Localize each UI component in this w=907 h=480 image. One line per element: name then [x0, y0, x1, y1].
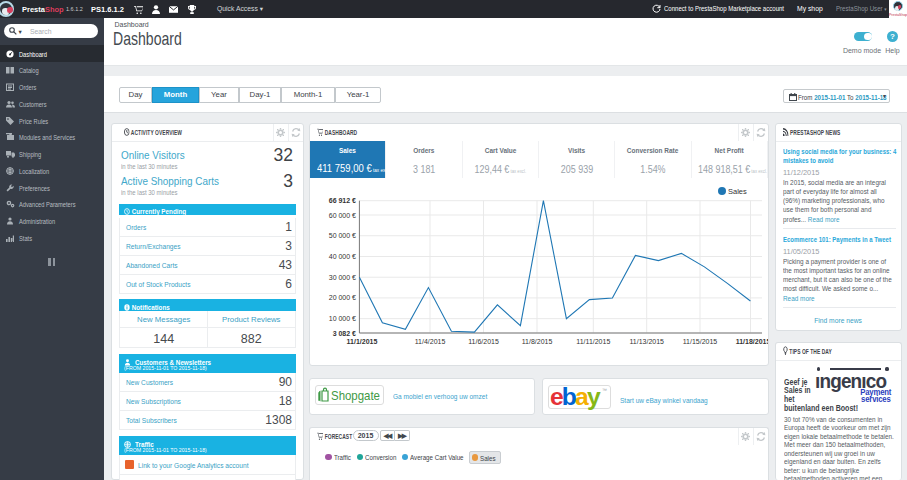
- svg-text:11/13/2015: 11/13/2015: [629, 338, 664, 345]
- svg-text:11/18/2015: 11/18/2015: [736, 338, 768, 345]
- svg-text:11/6/2015: 11/6/2015: [468, 338, 499, 345]
- svg-text:40 000 €: 40 000 €: [329, 253, 356, 260]
- svg-text:11/8/2015: 11/8/2015: [522, 338, 553, 345]
- svg-text:50 000 €: 50 000 €: [329, 232, 356, 239]
- svg-text:20 000 €: 20 000 €: [329, 294, 356, 301]
- svg-text:11/4/2015: 11/4/2015: [415, 338, 446, 345]
- svg-text:30 000 €: 30 000 €: [329, 274, 356, 281]
- svg-text:60 000 €: 60 000 €: [329, 212, 356, 219]
- svg-text:10 000 €: 10 000 €: [329, 315, 356, 322]
- svg-text:11/11/2015: 11/11/2015: [576, 338, 610, 345]
- svg-text:11/15/2015: 11/15/2015: [683, 338, 718, 345]
- svg-text:11/1/2015: 11/1/2015: [347, 338, 378, 345]
- svg-text:Sales: Sales: [728, 187, 747, 196]
- svg-text:3 082 €: 3 082 €: [333, 330, 356, 337]
- svg-text:66 912 €: 66 912 €: [329, 197, 356, 204]
